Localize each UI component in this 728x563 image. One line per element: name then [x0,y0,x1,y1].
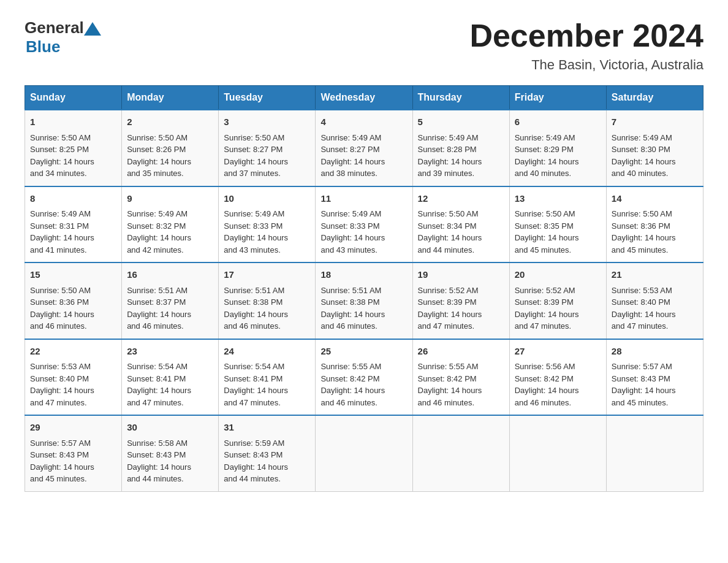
calendar-cell: 3Sunrise: 5:50 AMSunset: 8:27 PMDaylight… [219,110,316,186]
col-header-monday: Monday [122,86,219,110]
day-info: Sunrise: 5:54 AMSunset: 8:41 PMDaylight:… [127,362,191,407]
calendar-cell: 8Sunrise: 5:49 AMSunset: 8:31 PMDaylight… [25,186,122,263]
col-header-friday: Friday [509,86,606,110]
day-info: Sunrise: 5:52 AMSunset: 8:39 PMDaylight:… [418,286,482,331]
day-info: Sunrise: 5:50 AMSunset: 8:26 PMDaylight:… [127,133,191,178]
calendar-cell [316,415,412,491]
day-info: Sunrise: 5:58 AMSunset: 8:43 PMDaylight:… [127,439,191,484]
day-number: 7 [612,115,698,129]
day-info: Sunrise: 5:49 AMSunset: 8:33 PMDaylight:… [320,209,385,255]
day-info: Sunrise: 5:50 AMSunset: 8:25 PMDaylight:… [30,133,94,178]
calendar-cell: 10Sunrise: 5:49 AMSunset: 8:33 PMDayligh… [219,186,316,263]
day-info: Sunrise: 5:50 AMSunset: 8:27 PMDaylight:… [224,133,288,178]
day-number: 22 [30,345,116,359]
calendar-cell: 23Sunrise: 5:54 AMSunset: 8:41 PMDayligh… [122,339,219,416]
calendar-header-row: SundayMondayTuesdayWednesdayThursdayFrid… [25,86,703,110]
day-info: Sunrise: 5:55 AMSunset: 8:42 PMDaylight:… [320,362,385,407]
calendar-cell: 12Sunrise: 5:50 AMSunset: 8:34 PMDayligh… [412,186,509,263]
calendar-cell: 11Sunrise: 5:49 AMSunset: 8:33 PMDayligh… [316,186,412,263]
day-number: 30 [127,421,213,435]
day-info: Sunrise: 5:51 AMSunset: 8:37 PMDaylight:… [127,286,191,331]
logo: General Blue [25,18,101,56]
calendar-cell: 17Sunrise: 5:51 AMSunset: 8:38 PMDayligh… [219,262,316,339]
calendar-week-row: 22Sunrise: 5:53 AMSunset: 8:40 PMDayligh… [25,339,703,416]
calendar-cell: 2Sunrise: 5:50 AMSunset: 8:26 PMDaylight… [122,110,219,186]
calendar-cell: 16Sunrise: 5:51 AMSunset: 8:37 PMDayligh… [122,262,219,339]
calendar-cell [509,415,606,491]
calendar-cell: 6Sunrise: 5:49 AMSunset: 8:29 PMDaylight… [509,110,606,186]
day-number: 26 [418,345,504,359]
day-info: Sunrise: 5:49 AMSunset: 8:33 PMDaylight:… [224,209,288,255]
title-area: December 2024 The Basin, Victoria, Austr… [469,18,703,73]
day-info: Sunrise: 5:50 AMSunset: 8:35 PMDaylight:… [515,209,579,255]
day-number: 2 [127,115,213,129]
calendar-cell: 20Sunrise: 5:52 AMSunset: 8:39 PMDayligh… [509,262,606,339]
day-info: Sunrise: 5:50 AMSunset: 8:36 PMDaylight:… [30,286,94,331]
calendar-cell: 9Sunrise: 5:49 AMSunset: 8:32 PMDaylight… [122,186,219,263]
calendar-cell: 1Sunrise: 5:50 AMSunset: 8:25 PMDaylight… [25,110,122,186]
day-number: 8 [30,192,116,206]
col-header-wednesday: Wednesday [316,86,412,110]
day-info: Sunrise: 5:59 AMSunset: 8:43 PMDaylight:… [224,439,288,484]
day-number: 4 [320,115,407,129]
col-header-saturday: Saturday [606,86,703,110]
col-header-sunday: Sunday [25,86,122,110]
day-number: 19 [418,268,504,282]
calendar-cell: 28Sunrise: 5:57 AMSunset: 8:43 PMDayligh… [606,339,703,416]
calendar-table: SundayMondayTuesdayWednesdayThursdayFrid… [25,85,703,492]
day-number: 16 [127,268,213,282]
day-info: Sunrise: 5:53 AMSunset: 8:40 PMDaylight:… [30,362,94,407]
logo-general: General [25,18,84,37]
day-number: 6 [515,115,601,129]
day-info: Sunrise: 5:57 AMSunset: 8:43 PMDaylight:… [612,362,676,407]
day-number: 25 [320,345,407,359]
day-number: 15 [30,268,116,282]
day-info: Sunrise: 5:50 AMSunset: 8:34 PMDaylight:… [418,209,482,255]
calendar-cell: 15Sunrise: 5:50 AMSunset: 8:36 PMDayligh… [25,262,122,339]
day-info: Sunrise: 5:57 AMSunset: 8:43 PMDaylight:… [30,439,94,484]
day-info: Sunrise: 5:49 AMSunset: 8:32 PMDaylight:… [127,209,191,255]
calendar-week-row: 29Sunrise: 5:57 AMSunset: 8:43 PMDayligh… [25,415,703,491]
day-info: Sunrise: 5:54 AMSunset: 8:41 PMDaylight:… [224,362,288,407]
day-number: 13 [515,192,601,206]
calendar-cell: 19Sunrise: 5:52 AMSunset: 8:39 PMDayligh… [412,262,509,339]
month-title: December 2024 [469,18,703,53]
logo-blue: Blue [26,37,101,56]
calendar-cell [606,415,703,491]
day-number: 28 [612,345,698,359]
day-info: Sunrise: 5:53 AMSunset: 8:40 PMDaylight:… [612,286,676,331]
day-number: 3 [224,115,310,129]
calendar-week-row: 15Sunrise: 5:50 AMSunset: 8:36 PMDayligh… [25,262,703,339]
day-number: 23 [127,345,213,359]
calendar-cell: 22Sunrise: 5:53 AMSunset: 8:40 PMDayligh… [25,339,122,416]
day-number: 21 [612,268,698,282]
calendar-cell: 26Sunrise: 5:55 AMSunset: 8:42 PMDayligh… [412,339,509,416]
col-header-thursday: Thursday [412,86,509,110]
day-number: 11 [320,192,407,206]
day-number: 20 [515,268,601,282]
day-number: 31 [224,421,310,435]
calendar-cell: 24Sunrise: 5:54 AMSunset: 8:41 PMDayligh… [219,339,316,416]
day-number: 5 [418,115,504,129]
calendar-cell: 13Sunrise: 5:50 AMSunset: 8:35 PMDayligh… [509,186,606,263]
day-number: 17 [224,268,310,282]
calendar-cell [412,415,509,491]
day-info: Sunrise: 5:50 AMSunset: 8:36 PMDaylight:… [612,209,676,255]
calendar-cell: 27Sunrise: 5:56 AMSunset: 8:42 PMDayligh… [509,339,606,416]
day-info: Sunrise: 5:49 AMSunset: 8:28 PMDaylight:… [418,133,482,178]
day-number: 29 [30,421,116,435]
calendar-cell: 29Sunrise: 5:57 AMSunset: 8:43 PMDayligh… [25,415,122,491]
location-title: The Basin, Victoria, Australia [469,57,703,73]
calendar-cell: 21Sunrise: 5:53 AMSunset: 8:40 PMDayligh… [606,262,703,339]
day-number: 24 [224,345,310,359]
col-header-tuesday: Tuesday [219,86,316,110]
day-info: Sunrise: 5:55 AMSunset: 8:42 PMDaylight:… [418,362,482,407]
calendar-cell: 4Sunrise: 5:49 AMSunset: 8:27 PMDaylight… [316,110,412,186]
day-info: Sunrise: 5:49 AMSunset: 8:29 PMDaylight:… [515,133,579,178]
day-info: Sunrise: 5:51 AMSunset: 8:38 PMDaylight:… [320,286,385,331]
calendar-cell: 7Sunrise: 5:49 AMSunset: 8:30 PMDaylight… [606,110,703,186]
day-number: 1 [30,115,116,129]
day-number: 14 [612,192,698,206]
calendar-cell: 25Sunrise: 5:55 AMSunset: 8:42 PMDayligh… [316,339,412,416]
calendar-week-row: 8Sunrise: 5:49 AMSunset: 8:31 PMDaylight… [25,186,703,263]
